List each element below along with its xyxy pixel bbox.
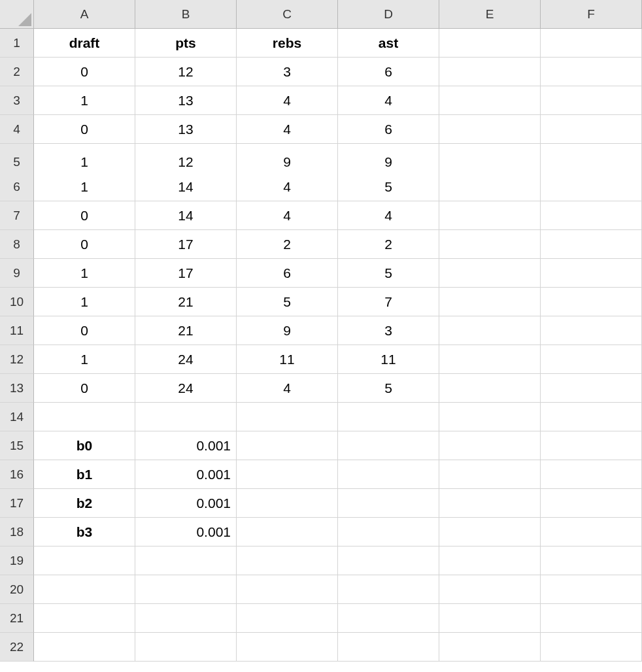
cell-F22[interactable] (541, 633, 642, 662)
cell-D22[interactable] (338, 633, 439, 662)
cell-D4[interactable]: 6 (338, 115, 439, 144)
cell-D11[interactable]: 3 (338, 316, 439, 345)
cell-C17[interactable] (237, 489, 338, 518)
cell-C19[interactable] (237, 546, 338, 575)
cell-F12[interactable] (541, 345, 642, 374)
cell-A11[interactable]: 0 (34, 316, 135, 345)
cell-A21[interactable] (34, 604, 135, 633)
cell-C1[interactable]: rebs (237, 29, 338, 58)
cell-F20[interactable] (541, 575, 642, 604)
cell-B6[interactable]: 14 (135, 173, 237, 201)
cell-D18[interactable] (338, 518, 439, 546)
row-header-10[interactable]: 10 (0, 288, 34, 316)
cell-E11[interactable] (439, 316, 541, 345)
cell-B4[interactable]: 13 (135, 115, 237, 144)
cell-A4[interactable]: 0 (34, 115, 135, 144)
cell-B14[interactable] (135, 403, 237, 431)
cell-F9[interactable] (541, 259, 642, 288)
row-header-15[interactable]: 15 (0, 431, 34, 460)
cell-E1[interactable] (439, 29, 541, 58)
cell-F10[interactable] (541, 288, 642, 316)
cell-B22[interactable] (135, 633, 237, 662)
row-header-3[interactable]: 3 (0, 86, 34, 115)
cell-A14[interactable] (34, 403, 135, 431)
cell-C8[interactable]: 2 (237, 230, 338, 259)
cell-B12[interactable]: 24 (135, 345, 237, 374)
row-header-2[interactable]: 2 (0, 58, 34, 86)
cell-C13[interactable]: 4 (237, 374, 338, 403)
cell-D13[interactable]: 5 (338, 374, 439, 403)
cell-F17[interactable] (541, 489, 642, 518)
cell-F15[interactable] (541, 431, 642, 460)
cell-E12[interactable] (439, 345, 541, 374)
cell-D21[interactable] (338, 604, 439, 633)
cell-D10[interactable]: 7 (338, 288, 439, 316)
cell-E14[interactable] (439, 403, 541, 431)
cell-F7[interactable] (541, 201, 642, 230)
cell-F14[interactable] (541, 403, 642, 431)
cell-E15[interactable] (439, 431, 541, 460)
cell-E9[interactable] (439, 259, 541, 288)
cell-A3[interactable]: 1 (34, 86, 135, 115)
row-header-11[interactable]: 11 (0, 316, 34, 345)
cell-E16[interactable] (439, 460, 541, 489)
row-header-13[interactable]: 13 (0, 374, 34, 403)
cell-F21[interactable] (541, 604, 642, 633)
row-header-16[interactable]: 16 (0, 460, 34, 489)
cell-D15[interactable] (338, 431, 439, 460)
cell-C2[interactable]: 3 (237, 58, 338, 86)
cell-D16[interactable] (338, 460, 439, 489)
row-header-6[interactable]: 6 (0, 173, 34, 201)
cell-E2[interactable] (439, 58, 541, 86)
cell-E20[interactable] (439, 575, 541, 604)
cell-B7[interactable]: 14 (135, 201, 237, 230)
column-header-E[interactable]: E (439, 0, 541, 29)
cell-E8[interactable] (439, 230, 541, 259)
cell-D20[interactable] (338, 575, 439, 604)
cell-A2[interactable]: 0 (34, 58, 135, 86)
cell-D9[interactable]: 5 (338, 259, 439, 288)
cell-A22[interactable] (34, 633, 135, 662)
row-header-18[interactable]: 18 (0, 518, 34, 546)
cell-C6[interactable]: 4 (237, 173, 338, 201)
cell-F18[interactable] (541, 518, 642, 546)
cell-C10[interactable]: 5 (237, 288, 338, 316)
cell-D1[interactable]: ast (338, 29, 439, 58)
cell-F11[interactable] (541, 316, 642, 345)
cell-D2[interactable]: 6 (338, 58, 439, 86)
cell-F6[interactable] (541, 173, 642, 201)
row-header-20[interactable]: 20 (0, 575, 34, 604)
cell-A1[interactable]: draft (34, 29, 135, 58)
row-header-12[interactable]: 12 (0, 345, 34, 374)
cell-A17[interactable]: b2 (34, 489, 135, 518)
cell-C22[interactable] (237, 633, 338, 662)
cell-F2[interactable] (541, 58, 642, 86)
row-header-9[interactable]: 9 (0, 259, 34, 288)
cell-A18[interactable]: b3 (34, 518, 135, 546)
cell-A20[interactable] (34, 575, 135, 604)
cell-B13[interactable]: 24 (135, 374, 237, 403)
row-header-19[interactable]: 19 (0, 546, 34, 575)
cell-E3[interactable] (439, 86, 541, 115)
cell-C20[interactable] (237, 575, 338, 604)
cell-E22[interactable] (439, 633, 541, 662)
cell-A7[interactable]: 0 (34, 201, 135, 230)
cell-F16[interactable] (541, 460, 642, 489)
cell-A15[interactable]: b0 (34, 431, 135, 460)
cell-F13[interactable] (541, 374, 642, 403)
cell-A10[interactable]: 1 (34, 288, 135, 316)
column-header-B[interactable]: B (135, 0, 237, 29)
cell-D7[interactable]: 4 (338, 201, 439, 230)
row-header-1[interactable]: 1 (0, 29, 34, 58)
cell-A19[interactable] (34, 546, 135, 575)
cell-B9[interactable]: 17 (135, 259, 237, 288)
column-header-A[interactable]: A (34, 0, 135, 29)
cell-D19[interactable] (338, 546, 439, 575)
cell-E21[interactable] (439, 604, 541, 633)
cell-E17[interactable] (439, 489, 541, 518)
cell-D12[interactable]: 11 (338, 345, 439, 374)
column-header-C[interactable]: C (237, 0, 338, 29)
row-header-17[interactable]: 17 (0, 489, 34, 518)
cell-F3[interactable] (541, 86, 642, 115)
cell-D3[interactable]: 4 (338, 86, 439, 115)
